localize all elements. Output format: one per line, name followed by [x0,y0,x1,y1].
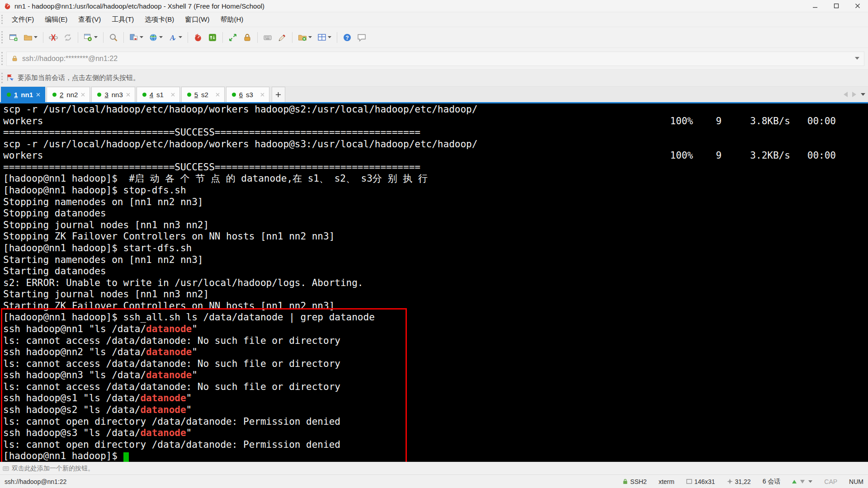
toolbar-separator [337,32,337,43]
font-icon[interactable]: A [166,31,184,44]
lock-icon [11,55,18,62]
terminal-line: Stopping namenodes on [nn1 nn2 nn3] [3,197,868,208]
terminal-line: Starting namenodes on [nn1 nn2 nn3] [3,254,868,266]
dropdown-caret-icon[interactable] [94,36,98,38]
tab-list-dropdown-icon[interactable] [861,93,865,96]
tab-close-icon[interactable] [126,93,130,97]
terminal-line: ==============================SUCCESS===… [3,127,868,139]
status-cursor-position: 31,22 [727,478,751,485]
toolbar-grip[interactable] [1,31,4,43]
address-input[interactable]: ssh://hadoop:********@nn1:22 [22,55,855,63]
terminal-cursor [123,452,129,462]
highlight-pen-icon[interactable] [275,31,289,44]
status-terminal-type: xterm [659,478,675,485]
tab-close-icon[interactable] [171,93,175,97]
terminal-line: ssh hadoop@nn2 "ls /data/datanode" [3,347,868,358]
tab-scroll-left-icon[interactable] [844,92,848,97]
menu-item-7[interactable]: 帮助(H) [215,13,249,26]
terminal-line: ==============================SUCCESS===… [3,162,868,174]
open-folder-icon[interactable] [21,31,40,44]
status-address: ssh://hadoop@nn1:22 [5,478,66,485]
minimize-button[interactable] [804,0,826,12]
tab-nn2[interactable]: 2nn2 [47,87,90,102]
dropdown-caret-icon[interactable] [179,36,182,38]
info-bar-text: 要添加当前会话，点击左侧的箭头按钮。 [18,74,140,82]
encoding-globe-icon[interactable] [146,31,165,44]
session-connected-icon [97,93,101,97]
menu-item-5[interactable]: 选项卡(B) [139,13,179,26]
disconnect-icon[interactable] [47,31,60,44]
xshell-icon[interactable] [191,31,205,44]
tab-nn3[interactable]: 3nn3 [91,87,135,102]
menu-item-6[interactable]: 窗口(W) [179,13,215,26]
scroll-down-icon[interactable] [800,480,805,483]
lock-icon[interactable] [241,31,254,44]
tab-scroll-right-icon[interactable] [852,92,856,97]
help-icon[interactable]: ? [340,31,354,44]
transfer-stats: 100% 9 3.8KB/s 00:00 [670,116,836,127]
status-terminal-size: 146x31 [686,478,715,485]
terminal-line: Starting ZK Failover Controllers on NN h… [3,300,868,312]
find-icon[interactable] [107,31,120,44]
terminal-lines: scp -r /usr/local/hadoop/etc/hadoop/work… [3,104,868,462]
tab-close-icon[interactable] [216,93,220,97]
new-tab-button[interactable] [272,87,285,102]
menu-item-1[interactable]: 文件(F) [6,13,39,26]
session-properties-icon[interactable] [81,31,100,44]
session-connected-icon [7,93,11,97]
close-button[interactable] [847,0,868,12]
xftp-icon[interactable] [206,31,219,44]
tab-close-icon[interactable] [81,93,85,97]
address-dropdown-icon[interactable] [855,57,859,60]
terminal-line: [hadoop@nn1 hadoop]$ #启 动 各 个 节 点 的 data… [3,173,868,185]
info-grip[interactable] [1,73,4,83]
encryption-icon [623,479,628,484]
message-icon[interactable] [355,31,368,44]
address-grip[interactable] [1,52,4,65]
status-session-count[interactable]: 6 会话 [763,478,781,486]
new-session-icon[interactable] [7,31,20,44]
reconnect-icon[interactable] [61,31,75,44]
dropdown-caret-icon[interactable] [34,36,38,38]
terminal-line: [hadoop@nn1 hadoop]$ [3,450,868,462]
maximize-button[interactable] [826,0,847,12]
new-button-folder-icon[interactable] [296,31,314,44]
screen-size-icon [686,479,692,484]
terminal[interactable]: scp -r /usr/local/hadoop/etc/hadoop/work… [0,103,868,462]
layout-grid-icon[interactable] [315,31,334,44]
address-field[interactable]: ssh://hadoop:********@nn1:22 [6,52,864,66]
tab-nn1[interactable]: 1nn1 [1,87,45,102]
new-window-icon[interactable] [127,31,146,44]
title-bar: nn1 - hadoop@nn1:/usr/local/hadoop/etc/h… [0,0,868,12]
tab-number: 6 [239,91,243,99]
session-connected-icon [142,93,146,97]
tab-close-icon[interactable] [260,93,264,97]
toolbar-items: A? [6,31,369,44]
dropdown-caret-icon[interactable] [140,36,143,38]
virtual-keyboard-icon[interactable] [261,31,274,44]
tab-number: 3 [104,91,108,99]
scroll-up-icon[interactable] [792,480,797,483]
tab-close-icon[interactable] [36,93,40,97]
menu-item-3[interactable]: 查看(V) [73,13,106,26]
terminal-line: Starting datanodes [3,266,868,277]
chevron-down-icon[interactable] [808,480,812,483]
menu-grip[interactable] [1,15,4,23]
quick-button-bar[interactable]: 双击此处添加一个新的按钮。 [0,462,868,474]
tab-s2[interactable]: 5s2 [181,87,225,102]
window-title: nn1 - hadoop@nn1:/usr/local/hadoop/etc/h… [14,2,264,10]
dropdown-caret-icon[interactable] [308,36,312,38]
tab-s3[interactable]: 6s3 [226,87,269,102]
menu-item-2[interactable]: 编辑(E) [39,13,73,26]
info-bar: 要添加当前会话，点击左侧的箭头按钮。 [0,70,868,87]
dropdown-caret-icon[interactable] [328,36,331,38]
terminal-line: [hadoop@nn1 hadoop]$ start-dfs.sh [3,243,868,254]
menu-item-4[interactable]: 工具(T) [106,13,139,26]
svg-text:A: A [170,33,175,41]
tab-s1[interactable]: 4s1 [137,87,180,102]
dropdown-caret-icon[interactable] [159,36,163,38]
terminal-line: Stopping ZK Failover Controllers on NN h… [3,231,868,243]
svg-text:?: ? [345,34,349,41]
terminal-line: ls: cannot open directory /data/datanode… [3,416,868,428]
fullscreen-icon[interactable] [226,31,240,44]
